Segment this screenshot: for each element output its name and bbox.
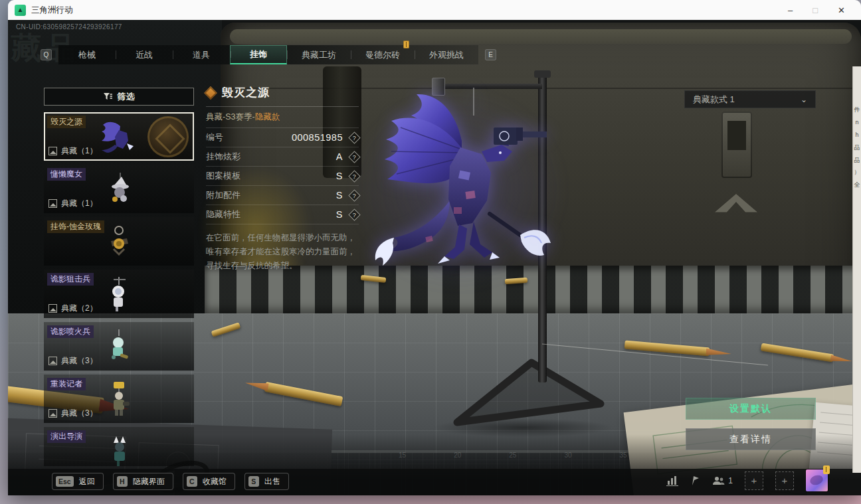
tab-charms[interactable]: 挂饰 <box>230 45 287 64</box>
crate-latch <box>721 112 752 178</box>
prev-tab-key[interactable]: Q <box>41 49 52 60</box>
list-item-destruction-source[interactable]: 毁灭之源 典藏（1） <box>44 112 194 161</box>
crate-chevron-mark <box>715 194 757 224</box>
back-button[interactable]: Esc 返回 <box>52 473 104 490</box>
minimize-button[interactable]: – <box>788 5 793 15</box>
list-item-phantom-sniper[interactable]: 诡影狙击兵 典藏（2） <box>44 270 194 318</box>
maximize-button[interactable]: □ <box>813 5 818 15</box>
list-item-lazy-witch[interactable]: 慵懒魔女 典藏（1） <box>44 165 194 213</box>
titlebar: ▲ 三角洲行动 – □ ✕ <box>8 0 861 20</box>
collection-frame-icon <box>48 147 57 155</box>
collection-medal-icon <box>147 116 189 157</box>
collection-frame-icon <box>48 409 57 418</box>
avatar-notification-badge <box>823 465 830 474</box>
friends-indicator[interactable]: 1 <box>713 476 733 485</box>
bottom-bar: Esc 返回 H 隐藏界面 C 收藏馆 S 出售 <box>8 469 861 495</box>
set-default-button[interactable]: 设置默认 <box>686 398 816 420</box>
list-item-phantom-flamer[interactable]: 诡影喷火兵 典藏（3） <box>44 322 194 371</box>
list-item-heavy-reporter[interactable]: 重装记者 典藏（3） <box>44 375 194 423</box>
rarity-diamond-icon <box>204 86 217 100</box>
tab-collection-workshop[interactable]: 典藏工坊 <box>287 45 351 64</box>
app-window: ▲ 三角洲行动 – □ ✕ <box>8 0 861 495</box>
collection-frame-icon <box>48 304 57 313</box>
tab-melee[interactable]: 近战 <box>116 45 173 64</box>
detail-row-hidden-trait: 隐藏特性 S ? <box>206 205 359 224</box>
sell-button[interactable]: S 出售 <box>244 473 289 490</box>
collection-frame-icon <box>48 199 57 208</box>
detail-row-accessory: 附加配件 S ? <box>206 186 359 205</box>
charm-thumbnail <box>104 224 134 260</box>
detail-row-serial: 编号 000851985 ? <box>206 128 359 147</box>
app-logo-icon: ▲ <box>15 5 26 16</box>
stand-base <box>444 357 610 430</box>
detail-row-colorway: 挂饰炫彩 A ? <box>206 147 359 167</box>
charm-title: 毁灭之源 <box>222 85 270 100</box>
charm-thumbnail <box>98 120 140 154</box>
add-slot-button[interactable]: + <box>775 471 794 490</box>
collection-frame-icon <box>48 357 57 365</box>
tab-items[interactable]: 道具 <box>173 45 230 64</box>
chevron-down-icon: ⌄ <box>801 95 807 104</box>
charm-description: 在它面前，任何生物都显得渺小而无助，唯有幸存者才能在这股寒冷的力量面前，寻找生存… <box>206 231 359 272</box>
help-icon[interactable]: ? <box>348 151 360 163</box>
detail-row-pattern: 图案模板 S ? <box>206 167 359 186</box>
background-page-edge: 件 n h 品 品 ） 全 <box>852 66 861 473</box>
tab-appearance-challenge[interactable]: 外观挑战 <box>415 45 478 64</box>
player-avatar[interactable] <box>806 469 828 491</box>
top-navigation: Q 枪械 近战 道具 挂饰 典藏工坊 曼德尔砖 外观挑战 E <box>41 45 496 64</box>
charm-thumbnail <box>104 276 134 313</box>
list-item-show-director[interactable]: 演出导演 <box>44 427 194 466</box>
flag-icon[interactable] <box>690 475 701 486</box>
charm-dragon-model[interactable] <box>362 86 555 292</box>
hide-ui-button[interactable]: H 隐藏界面 <box>113 473 173 490</box>
game-viewport: 1520 2530 35 <box>8 20 861 495</box>
charm-thumbnail <box>104 171 134 207</box>
add-slot-button[interactable]: + <box>745 471 763 490</box>
friends-icon <box>713 476 725 485</box>
help-icon[interactable]: ? <box>348 189 360 201</box>
filter-button[interactable]: 筛选 <box>44 88 194 106</box>
view-details-button[interactable]: 查看详情 <box>686 428 816 450</box>
charm-thumbnail <box>104 380 134 418</box>
tab-mandel-brick[interactable]: 曼德尔砖 <box>351 45 415 64</box>
charm-thumbnail <box>104 328 134 365</box>
style-dropdown[interactable]: 典藏款式 1 ⌄ <box>684 90 816 108</box>
charm-series: 典藏-S3赛季-隐藏款 <box>206 107 359 128</box>
gold-badge-icon <box>403 41 409 48</box>
tab-guns[interactable]: 枪械 <box>58 45 116 64</box>
charm-details-panel: 毁灭之源 典藏-S3赛季-隐藏款 编号 000851985 ? 挂饰炫彩 A ?… <box>206 85 359 272</box>
help-icon[interactable]: ? <box>348 170 360 182</box>
window-title: 三角洲行动 <box>31 5 73 16</box>
stats-chart-icon[interactable] <box>666 475 678 486</box>
help-icon[interactable]: ? <box>348 209 360 220</box>
next-tab-key[interactable]: E <box>485 49 496 60</box>
filter-icon <box>104 93 112 101</box>
desktop: ▲ 三角洲行动 – □ ✕ <box>0 0 861 504</box>
help-icon[interactable]: ? <box>348 131 360 143</box>
list-item-gold-rose[interactable]: 挂饰-蚀金玫瑰 <box>44 217 194 266</box>
charm-list: 筛选 毁灭之源 典藏（1） <box>44 88 194 466</box>
charm-thumbnail <box>104 435 134 467</box>
close-button[interactable]: ✕ <box>838 5 845 15</box>
collection-hall-button[interactable]: C 收藏馆 <box>183 473 235 490</box>
